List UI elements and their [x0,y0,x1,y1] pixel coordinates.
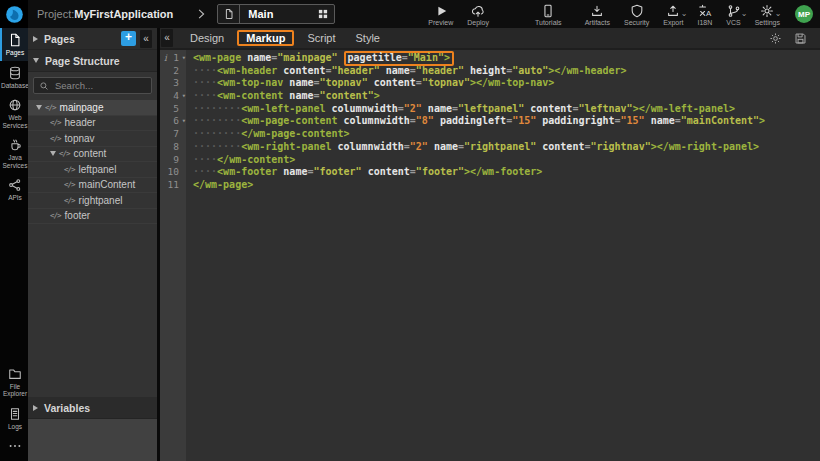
rail-item-label: Java Services [1,154,29,169]
line-number: i1▾ [160,52,186,65]
export-button[interactable]: ⌄Export [656,1,690,27]
code-line-8[interactable]: 8········<wm-right-panel columnwidth="2"… [160,141,820,154]
more-icon [8,439,22,453]
search-input[interactable] [53,79,146,92]
wavemaker-studio: Project:MyFirstApplication Main PreviewD… [0,0,820,461]
code-line-10[interactable]: 10····<wm-footer name="footer" content="… [160,166,820,179]
code-line-9[interactable]: 9····</wm-content> [160,154,820,167]
rail-item-databases[interactable]: Databases [0,61,28,94]
annotation-highlight-box: pagetitle="Main"> [344,51,454,66]
search-icon [39,81,49,91]
save-icon[interactable] [794,32,807,45]
markup-code-editor[interactable]: i1▾<wm-page name="mainpage" pagetitle="M… [160,50,820,461]
pages-section-header[interactable]: Pages + « [28,28,157,50]
rail-item-pages[interactable]: Pages [0,28,28,61]
gear-icon[interactable] [769,32,782,45]
grid-view-icon[interactable] [317,8,329,20]
java-services-icon [8,138,22,152]
rail-item-label: Logs [1,423,29,431]
line-number: 6▾ [160,115,186,128]
code-icon: </> [64,196,75,205]
code-line-6[interactable]: 6▾········<wm-page-content columnwidth="… [160,115,820,128]
page-structure-header[interactable]: Page Structure [28,50,157,72]
tree-item-topnav[interactable]: </>topnav [28,131,157,147]
tree-item-label: footer [65,210,91,221]
i18n-button[interactable]: AI18N [691,1,720,27]
rail-item-label: APIs [1,194,29,202]
preview-label: Preview [428,19,453,26]
add-page-button[interactable]: + [121,31,136,46]
tab-markup[interactable]: Markup [237,30,294,46]
tutorials-icon [541,3,555,18]
tab-style[interactable]: Style [346,32,390,44]
tab-script[interactable]: Script [297,32,345,44]
tree-item-leftpanel[interactable]: </>leftpanel [28,162,157,178]
chevron-down-icon: ⌄ [775,10,782,18]
deploy-icon [471,3,485,18]
tutorials-button[interactable]: Tutorials [528,1,569,27]
avatar-initials: MP [798,10,810,19]
deploy-button[interactable]: Deploy [460,1,496,27]
line-number: 7 [160,128,186,141]
collapse-tree-button[interactable]: « [161,29,173,47]
tree-item-mainContent[interactable]: </>mainContent [28,178,157,194]
open-page-tab[interactable]: Main [217,4,335,24]
line-number: 4▾ [160,90,186,103]
preview-button[interactable]: Preview [421,1,460,27]
logs-icon [8,407,22,421]
variables-section-header[interactable]: Variables [28,397,157,419]
pages-icon [8,33,22,47]
collapse-panel-button[interactable]: « [140,30,152,48]
tree-item-content[interactable]: </>content [28,147,157,163]
tree-item-mainpage[interactable]: </>mainpage [28,100,157,116]
code-line-11[interactable]: 11</wm-page> [160,179,820,192]
rail-item-logs[interactable]: Logs [0,402,28,435]
vcs-label: VCS [726,19,740,26]
code-line-3[interactable]: 3····<wm-top-nav name="topnav" content="… [160,77,820,90]
fold-marker-icon[interactable]: ▾ [182,55,186,62]
security-button[interactable]: Security [617,1,656,27]
code-line-4[interactable]: 4▾····<wm-content name="content"> [160,90,820,103]
workspace: PagesDatabasesWeb ServicesJava ServicesA… [0,28,820,461]
document-icon [218,5,240,23]
settings-button[interactable]: ⌄Settings [748,1,787,27]
apis-icon [8,178,22,192]
rail-item-java-services[interactable]: Java Services [0,133,28,173]
wavemaker-logo-icon[interactable] [0,0,28,28]
variables-header-label: Variables [44,402,90,414]
code-icon: </> [59,149,70,158]
user-avatar[interactable]: MP [795,5,813,23]
artifacts-button[interactable]: Artifacts [578,1,617,27]
vcs-button[interactable]: ⌄VCS [719,1,747,27]
fold-marker-icon[interactable]: ▾ [182,93,186,100]
code-line-7[interactable]: 7········</wm-page-content> [160,128,820,141]
tab-design[interactable]: Design [180,32,234,44]
code-line-5[interactable]: 5········<wm-left-panel columnwidth="2" … [160,103,820,116]
top-bar: Project:MyFirstApplication Main PreviewD… [0,0,820,28]
topbar-actions-right: ArtifactsSecurity⌄ExportAI18N⌄VCS⌄Settin… [578,1,787,27]
fold-marker-icon[interactable]: ▾ [182,118,186,125]
rail-item-more[interactable] [0,434,28,457]
caret-right-icon [33,36,38,42]
rail-item-apis[interactable]: APIs [0,173,28,206]
code-icon: </> [50,211,61,220]
tree-item-header[interactable]: </>header [28,116,157,132]
rail-item-label: File Explorer [1,383,29,398]
security-label: Security [624,19,649,26]
panel-spacer [28,224,157,397]
code-line-2[interactable]: 2····<wm-header content="header" name="h… [160,65,820,78]
tree-item-footer[interactable]: </>footer [28,209,157,225]
caret-down-icon[interactable] [50,151,56,156]
rail-item-file-explorer[interactable]: File Explorer [0,362,28,402]
tree-item-label: rightpanel [79,195,123,206]
vcs-icon: ⌄ [727,3,741,18]
info-icon: i [164,52,167,65]
topbar-actions-left: PreviewDeployTutorials [421,1,568,27]
i18n-icon: A [698,3,712,18]
code-icon: </> [50,134,61,143]
tree-item-rightpanel[interactable]: </>rightpanel [28,193,157,209]
caret-down-icon[interactable] [36,105,42,110]
code-line-1[interactable]: i1▾<wm-page name="mainpage" pagetitle="M… [160,52,820,65]
preview-icon [434,3,448,18]
rail-item-web-services[interactable]: Web Services [0,93,28,133]
